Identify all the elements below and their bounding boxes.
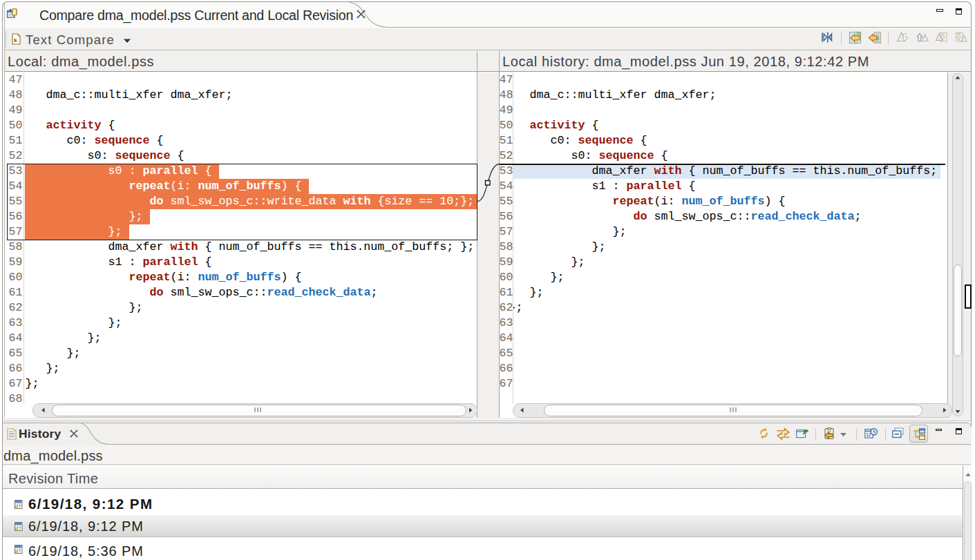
svg-text:s: s (14, 35, 17, 44)
svg-text:12: 12 (866, 432, 871, 437)
